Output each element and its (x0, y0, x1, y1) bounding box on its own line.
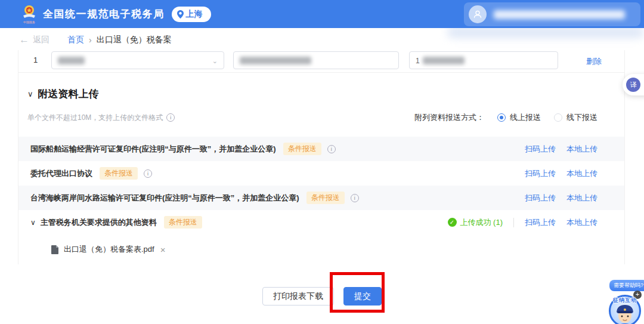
delete-row-link[interactable]: 删除 (586, 56, 602, 67)
delivery-method-group: 附列资料报送方式： 线上报送 线下报送 (414, 112, 597, 123)
radio-unselected-icon[interactable] (554, 113, 562, 122)
screen: 中国税务 全国统一规范电子税务局 上海 ← 返回 首页 › 出口退（免）税备案 (0, 0, 644, 324)
document-icon (51, 245, 59, 254)
type-select[interactable]: ⌄ (51, 51, 224, 69)
back-link[interactable]: 返回 (33, 35, 49, 45)
scan-upload-link[interactable]: 扫码上传 (525, 193, 556, 203)
conditional-tag: 条件报送 (100, 167, 138, 180)
app-header: 中国税务 全国统一规范电子税务局 上海 (0, 0, 644, 28)
privacy-blur (447, 26, 644, 38)
scan-upload-link[interactable]: 扫码上传 (525, 144, 556, 155)
scan-upload-link[interactable]: 扫码上传 (525, 168, 556, 179)
text-field-3[interactable]: 1 (409, 51, 558, 69)
local-upload-link[interactable]: 本地上传 (566, 144, 597, 155)
section-header: ∨ 附送资料上传 (27, 87, 99, 101)
help-tooltip[interactable]: 需要帮助吗? (609, 280, 644, 291)
plus-icon[interactable]: + (633, 291, 642, 299)
attached-file-row: 出口退（免）税备案表.pdf × (18, 234, 624, 264)
upload-row-title: 国际船舶运输经营许可证复印件(应注明“与原件一致”，并加盖企业公章) (30, 144, 276, 155)
radio-offline[interactable]: 线下报送 (554, 112, 597, 123)
text-field-2[interactable] (233, 51, 399, 69)
upload-row-other-materials: ∨ 主管税务机关要求提供的其他资料 条件报送 ✓ 上传成功 (1) 扫码上传 本… (18, 210, 624, 234)
conditional-tag: 条件报送 (164, 216, 202, 229)
local-upload-link[interactable]: 本地上传 (566, 193, 597, 203)
user-account[interactable] (464, 2, 640, 26)
delivery-method-label: 附列资料报送方式： (414, 112, 484, 123)
redacted-field-value (423, 57, 465, 64)
emblem-icon (21, 4, 37, 20)
app-title: 全国统一规范电子税务局 (43, 7, 165, 21)
upload-hint-text: 单个文件不超过10M，支持上传的文件格式 (27, 113, 163, 123)
location-label: 上海 (186, 9, 203, 20)
conditional-tag: 条件报送 (306, 192, 345, 204)
upload-row-title: 台湾海峡两岸间水路运输许可证复印件(应注明“与原件一致”，并加盖企业公章) (30, 193, 299, 203)
upload-list: 国际船舶运输经营许可证复印件(应注明“与原件一致”，并加盖企业公章) 条件报送 … (18, 137, 624, 264)
hint-row: 单个文件不超过10M，支持上传的文件格式 i 附列资料报送方式： 线上报送 线下… (27, 112, 597, 123)
breadcrumb-home-link[interactable]: 首页 (67, 35, 84, 45)
row-expand-chevron-icon[interactable]: ∨ (30, 218, 36, 227)
radio-offline-label: 线下报送 (566, 112, 597, 123)
info-icon[interactable]: i (351, 194, 359, 202)
row-index: 1 (33, 55, 38, 64)
section-collapse-icon[interactable]: ∨ (27, 90, 33, 98)
redacted-field-value (240, 57, 311, 64)
success-check-icon: ✓ (448, 218, 457, 227)
upload-status-text: 上传成功 (1) (460, 217, 503, 228)
breadcrumb-current: 出口退（免）税备案 (97, 35, 172, 45)
radio-online-label: 线上报送 (510, 112, 541, 123)
info-icon[interactable]: i (327, 145, 336, 153)
logo-caption: 中国税务 (23, 20, 35, 24)
upload-row-international-ship: 国际船舶运输经营许可证复印件(应注明“与原件一致”，并加盖企业公章) 条件报送 … (18, 137, 624, 161)
form-row-1: 1 ⌄ 1 删除 (18, 50, 624, 73)
upload-row-agency-agreement: 委托代理出口协议 条件报送 i 扫码上传 本地上传 (18, 161, 624, 186)
upload-row-taiwan-strait: 台湾海峡两岸间水路运输许可证复印件(应注明“与原件一致”，并加盖企业公章) 条件… (18, 186, 624, 210)
local-upload-link[interactable]: 本地上传 (566, 168, 597, 179)
location-pin-icon (177, 10, 184, 18)
tax-emblem-logo: 中国税务 (21, 4, 37, 24)
translate-widget[interactable]: 译 (623, 74, 644, 95)
user-avatar-icon (469, 5, 487, 23)
remove-file-icon[interactable]: × (160, 245, 166, 255)
divider (513, 218, 514, 227)
attached-file-name[interactable]: 出口退（免）税备案表.pdf (64, 244, 154, 255)
radio-selected-icon[interactable] (497, 113, 506, 122)
scan-upload-link[interactable]: 扫码上传 (525, 217, 556, 228)
radio-online[interactable]: 线上报送 (497, 112, 541, 123)
redacted-username (494, 10, 625, 19)
info-icon[interactable]: i (144, 169, 152, 178)
upload-row-title: 主管税务机关要求提供的其他资料 (41, 217, 157, 228)
submit-button[interactable]: 提交 (343, 287, 382, 306)
translate-icon[interactable]: 译 (626, 78, 640, 92)
main-card: 1 ⌄ 1 删除 ∨ 附送资料上传 单个文件不超过10M，支持上传的文件格式 i (18, 50, 625, 264)
local-upload-link[interactable]: 本地上传 (566, 217, 597, 228)
upload-status: ✓ 上传成功 (1) (448, 217, 503, 228)
assistant-avatar[interactable] (609, 295, 641, 324)
field-value-prefix: 1 (416, 57, 420, 65)
chevron-down-icon: ⌄ (212, 57, 218, 65)
breadcrumb-separator-icon: › (89, 35, 92, 45)
conditional-tag: 条件报送 (283, 143, 321, 155)
location-pill[interactable]: 上海 (172, 7, 211, 22)
upload-hint: 单个文件不超过10M，支持上传的文件格式 i (27, 113, 175, 123)
back-arrow-icon[interactable]: ← (19, 34, 29, 46)
upload-row-title: 委托代理出口协议 (30, 168, 92, 179)
section-title: 附送资料上传 (38, 87, 99, 101)
info-icon[interactable]: i (166, 113, 175, 122)
breadcrumb: ← 返回 首页 › 出口退（免）税备案 (19, 31, 172, 49)
assistant-character-icon (611, 298, 639, 324)
print-report-download-button[interactable]: 打印报表下载 (262, 287, 334, 306)
redacted-select-value (58, 57, 85, 64)
footer-actions: 打印报表下载 提交 (0, 287, 644, 306)
